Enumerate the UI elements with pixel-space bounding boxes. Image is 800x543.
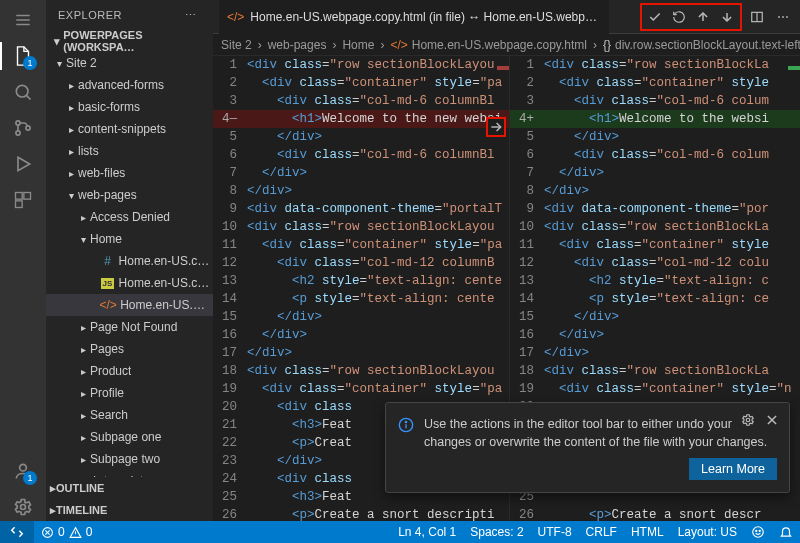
code-line[interactable]: 19 <div class="container" style="pa xyxy=(213,380,509,398)
status-problems[interactable]: 0 0 xyxy=(34,521,99,543)
code-line[interactable]: 26 <p>Create a snort descripti xyxy=(213,506,509,521)
code-line[interactable]: 7 </div> xyxy=(510,164,800,182)
code-line[interactable]: 1<div class="row sectionBlockLa xyxy=(510,56,800,74)
code-line[interactable]: 11 <div class="container" style xyxy=(510,236,800,254)
breadcrumb-item[interactable]: Home xyxy=(342,38,374,52)
folder-item[interactable]: ▸Product xyxy=(46,360,213,382)
folder-item[interactable]: ▾Home xyxy=(46,228,213,250)
code-line[interactable]: 17</div> xyxy=(510,344,800,362)
status-eol[interactable]: CRLF xyxy=(579,521,624,543)
chevron-right-icon: ▸ xyxy=(76,388,90,399)
code-line[interactable]: 16 </div> xyxy=(213,326,509,344)
code-line[interactable]: 1<div class="row sectionBlockLayou xyxy=(213,56,509,74)
folder-item[interactable]: ▸Subpage two xyxy=(46,448,213,470)
settings-icon[interactable] xyxy=(9,493,37,521)
revert-change-icon[interactable] xyxy=(668,6,690,28)
file-item[interactable]: JSHome.en-US.cust… xyxy=(46,272,213,294)
outline-section[interactable]: ▸OUTLINE xyxy=(46,477,213,499)
folder-item[interactable]: ▾web-pages xyxy=(46,184,213,206)
menu-icon[interactable] xyxy=(9,6,37,34)
status-feedback-icon[interactable] xyxy=(744,521,772,543)
workspace-section[interactable]: ▾ POWERPAGES (WORKSPA… xyxy=(46,30,213,52)
code-line[interactable]: 16 </div> xyxy=(510,326,800,344)
code-line[interactable]: 6 <div class="col-md-6 colum xyxy=(510,146,800,164)
source-control-icon[interactable] xyxy=(9,114,37,142)
code-line[interactable]: 9<div data-component-theme="por xyxy=(510,200,800,218)
breadcrumb-item[interactable]: web-pages xyxy=(268,38,327,52)
code-line[interactable]: 12 <div class="col-md-12 colu xyxy=(510,254,800,272)
remote-button[interactable] xyxy=(0,521,34,543)
folder-item[interactable]: ▸Page Not Found xyxy=(46,316,213,338)
breadcrumb-item[interactable]: Site 2 xyxy=(221,38,252,52)
status-bell-icon[interactable] xyxy=(772,521,800,543)
explorer-icon[interactable]: 1 xyxy=(9,42,37,70)
accept-change-icon[interactable] xyxy=(644,6,666,28)
run-debug-icon[interactable] xyxy=(9,150,37,178)
folder-item[interactable]: ▸Subpage one xyxy=(46,426,213,448)
prev-change-icon[interactable] xyxy=(692,6,714,28)
code-line[interactable]: 14 <p style="text-align: cente xyxy=(213,290,509,308)
folder-item[interactable]: ▸lists xyxy=(46,140,213,162)
file-item[interactable]: </>Home.en-US.web… xyxy=(46,294,213,316)
code-line[interactable]: 17</div> xyxy=(213,344,509,362)
code-line[interactable]: 3 <div class="col-md-6 columnBl xyxy=(213,92,509,110)
folder-item[interactable]: ▸Pages xyxy=(46,338,213,360)
code-line[interactable]: 2 <div class="container" style="pa xyxy=(213,74,509,92)
search-icon[interactable] xyxy=(9,78,37,106)
learn-more-button[interactable]: Learn More xyxy=(689,458,777,480)
folder-item[interactable]: ▸web-templates xyxy=(46,470,213,477)
tab-more-icon[interactable]: ⋯ xyxy=(772,6,794,28)
extensions-icon[interactable] xyxy=(9,186,37,214)
code-line[interactable]: 5 </div> xyxy=(510,128,800,146)
status-layout[interactable]: Layout: US xyxy=(671,521,744,543)
code-line[interactable]: 10<div class="row sectionBlockLayou xyxy=(213,218,509,236)
next-change-icon[interactable] xyxy=(716,6,738,28)
accounts-icon[interactable]: 1 xyxy=(9,457,37,485)
code-line[interactable]: 7 </div> xyxy=(213,164,509,182)
code-line[interactable]: 12 <div class="col-md-12 columnB xyxy=(213,254,509,272)
folder-item[interactable]: ▾Site 2 xyxy=(46,52,213,74)
code-line[interactable]: 2 <div class="container" style xyxy=(510,74,800,92)
editor-tab[interactable]: </> Home.en-US.webpage.copy.html (in fil… xyxy=(219,0,609,34)
code-line[interactable]: 3 <div class="col-md-6 colum xyxy=(510,92,800,110)
folder-item[interactable]: ▸basic-forms xyxy=(46,96,213,118)
folder-item[interactable]: ▸content-snippets xyxy=(46,118,213,140)
breadcrumb-item[interactable]: {} div.row.sectionBlockLayout.text-left xyxy=(603,38,800,52)
status-encoding[interactable]: UTF-8 xyxy=(531,521,579,543)
toast-close-icon[interactable] xyxy=(763,411,781,429)
explorer-more-icon[interactable]: ⋯ xyxy=(179,4,201,26)
folder-item[interactable]: ▸advanced-forms xyxy=(46,74,213,96)
timeline-section[interactable]: ▸TIMELINE xyxy=(46,499,213,521)
code-line[interactable]: 6 <div class="col-md-6 columnBl xyxy=(213,146,509,164)
status-spaces[interactable]: Spaces: 2 xyxy=(463,521,530,543)
toast-settings-icon[interactable] xyxy=(739,411,757,429)
breadcrumb-item[interactable]: </> Home.en-US.webpage.copy.html xyxy=(390,38,587,52)
breadcrumbs[interactable]: Site 2›web-pages›Home›</> Home.en-US.web… xyxy=(213,34,800,56)
code-line[interactable]: 10<div class="row sectionBlockLa xyxy=(510,218,800,236)
code-line[interactable]: 5 </div> xyxy=(213,128,509,146)
code-line[interactable]: 8</div> xyxy=(510,182,800,200)
code-line[interactable]: 26 <p>Create a snort descr xyxy=(510,506,800,521)
code-line[interactable]: 15 </div> xyxy=(213,308,509,326)
code-line[interactable]: 18<div class="row sectionBlockLa xyxy=(510,362,800,380)
split-editor-icon[interactable] xyxy=(746,6,768,28)
status-language[interactable]: HTML xyxy=(624,521,671,543)
code-line[interactable]: 13 <h2 style="text-align: cente xyxy=(213,272,509,290)
code-line[interactable]: 14 <p style="text-align: ce xyxy=(510,290,800,308)
folder-item[interactable]: ▸Profile xyxy=(46,382,213,404)
code-line[interactable]: 13 <h2 style="text-align: c xyxy=(510,272,800,290)
code-line[interactable]: 9<div data-component-theme="portalT xyxy=(213,200,509,218)
code-line[interactable]: 4— <h1>Welcome to the new websi xyxy=(213,110,509,128)
folder-item[interactable]: ▸Search xyxy=(46,404,213,426)
file-item[interactable]: #Home.en-US.cust… xyxy=(46,250,213,272)
folder-item[interactable]: ▸web-files xyxy=(46,162,213,184)
chevron-right-icon: ▸ xyxy=(76,212,90,223)
folder-item[interactable]: ▸Access Denied xyxy=(46,206,213,228)
code-line[interactable]: 15 </div> xyxy=(510,308,800,326)
code-line[interactable]: 4+ <h1>Welcome to the websi xyxy=(510,110,800,128)
code-line[interactable]: 11 <div class="container" style="pa xyxy=(213,236,509,254)
code-line[interactable]: 19 <div class="container" style="n xyxy=(510,380,800,398)
code-line[interactable]: 18<div class="row sectionBlockLayou xyxy=(213,362,509,380)
status-cursor[interactable]: Ln 4, Col 1 xyxy=(391,521,463,543)
code-line[interactable]: 8</div> xyxy=(213,182,509,200)
